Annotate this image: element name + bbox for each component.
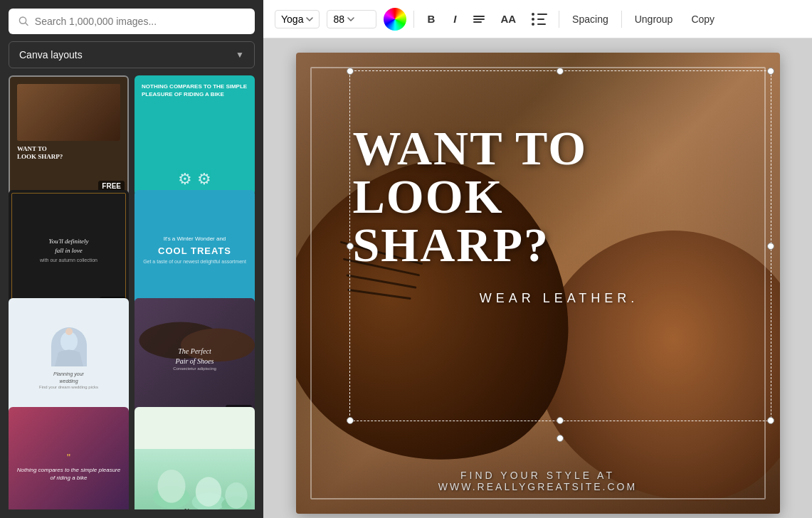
align-line	[473, 16, 485, 17]
list-button[interactable]	[527, 10, 552, 28]
list-line	[532, 18, 547, 21]
thumbnail-text: Planning yourwedding	[53, 371, 84, 385]
quote-icon: "	[67, 452, 70, 463]
list-item[interactable]: Planning yourwedding Find your dream wed…	[9, 298, 129, 418]
headline-line1: WANT TO	[353, 124, 766, 172]
layouts-dropdown[interactable]: Canva layouts ▼	[9, 41, 255, 68]
chevron-down-icon	[306, 17, 313, 21]
list-dot	[532, 18, 534, 21]
headline-line3: SHARP?	[353, 221, 766, 269]
thumbnails-grid: WANT TOLOOK SHARP? FREE NOTHING COMPARES…	[9, 75, 255, 509]
list-dot	[532, 13, 534, 16]
list-bar	[537, 18, 544, 20]
svg-point-3	[37, 100, 88, 125]
footer-line2: WWW.REALLYGREATSITE.COM	[296, 481, 780, 492]
bold-button[interactable]: B	[421, 10, 441, 28]
toolbar-divider	[621, 11, 622, 28]
canvas: WANT TO LOOK SHARP? WEAR LEATHER. FIND Y…	[296, 53, 780, 514]
search-bar[interactable]	[9, 9, 255, 34]
font-selector[interactable]: Yoga	[275, 10, 320, 28]
thumbnail-text: COOL TREATS	[158, 245, 231, 256]
list-bar	[537, 23, 546, 25]
align-line	[473, 18, 485, 20]
list-item[interactable]: The PerfectPair of Shoes Consectetur adi…	[135, 298, 255, 418]
thumbnail-subtext: with our autumn collection	[40, 258, 97, 263]
align-button[interactable]	[469, 13, 489, 26]
sidebar: Canva layouts ▼ WANT TOLOOK SHARP? FREE …	[0, 0, 263, 518]
svg-point-11	[196, 477, 221, 507]
toolbar-divider	[559, 11, 559, 28]
list-line	[532, 23, 547, 26]
thumbnail-title: It's a Winter Wonder and	[164, 236, 226, 243]
list-item[interactable]: NOTHING COMPARES TO THE SIMPLE PLEASURE …	[135, 75, 255, 196]
svg-point-9	[158, 470, 186, 503]
thumbnail-image	[51, 327, 87, 366]
cupcake-image	[135, 449, 255, 509]
font-size-selector[interactable]: 88	[327, 10, 376, 28]
toolbar: Yoga 88 B I AA	[263, 0, 812, 38]
chevron-down-icon: ▼	[236, 50, 244, 60]
headline-text-group: WANT TO LOOK SHARP?	[353, 124, 766, 269]
list-line	[532, 13, 547, 16]
svg-point-2	[28, 104, 110, 139]
layouts-label: Canva layouts	[19, 49, 83, 60]
svg-line-1	[26, 23, 28, 25]
thumbnail-image	[17, 84, 120, 141]
search-input[interactable]	[35, 16, 245, 27]
svg-point-5	[65, 328, 73, 335]
thumbnail-subtext: Consectetur adipiscing	[173, 366, 216, 371]
ungroup-button[interactable]: Ungroup	[629, 11, 679, 28]
list-item[interactable]: WANT TOLOOK SHARP? FREE	[9, 75, 129, 196]
color-picker-button[interactable]	[384, 8, 406, 31]
list-dot	[532, 23, 534, 26]
svg-point-13	[225, 482, 247, 508]
list-item[interactable]: Café Sweets IT'S A WINTER WONDERLAND	[135, 407, 255, 510]
main-area: Yoga 88 B I AA	[263, 0, 812, 518]
thumbnail-title: Café Sweets	[176, 508, 213, 510]
thumbnail-text: WANT TOLOOK SHARP?	[17, 145, 63, 162]
thumbnail-text: NOTHING COMPARES TO THE SIMPLE PLEASURE …	[142, 83, 248, 98]
footer-line1: FIND YOUR STYLE AT	[296, 470, 780, 481]
canvas-area[interactable]: WANT TO LOOK SHARP? WEAR LEATHER. FIND Y…	[263, 38, 812, 518]
font-size: 88	[333, 14, 344, 25]
thumbnail-text: Nothing compares to the simple pleasure …	[14, 466, 123, 482]
list-item[interactable]: You'll definitelyfall in love with our a…	[9, 190, 129, 310]
thumbnail-text: You'll definitelyfall in love	[49, 237, 89, 255]
headline-line2: LOOK	[353, 172, 766, 221]
text-case-button[interactable]: AA	[496, 10, 520, 28]
footer-text: FIND YOUR STYLE AT WWW.REALLYGREATSITE.C…	[296, 470, 780, 492]
font-name: Yoga	[281, 14, 303, 25]
list-item[interactable]: It's a Winter Wonder and COOL TREATS Get…	[135, 190, 255, 310]
copy-button[interactable]: Copy	[685, 11, 720, 28]
italic-button[interactable]: I	[448, 10, 462, 28]
thumbnail-text: The PerfectPair of Shoes	[176, 347, 214, 366]
list-bar	[537, 14, 547, 15]
thumbnail-subtext: Get a taste of our newest delightful ass…	[143, 259, 246, 264]
bike-icon: ⚙ ⚙	[142, 170, 248, 189]
search-icon	[19, 16, 29, 27]
spacing-button[interactable]: Spacing	[566, 11, 614, 28]
align-line	[473, 21, 482, 23]
chevron-down-icon	[347, 17, 354, 21]
thumbnail-subtext: Find your dream wedding picks	[39, 385, 98, 389]
list-item[interactable]: " Nothing compares to the simple pleasur…	[9, 407, 129, 510]
toolbar-divider	[413, 11, 414, 28]
subheadline-text: WEAR LEATHER.	[353, 291, 766, 306]
